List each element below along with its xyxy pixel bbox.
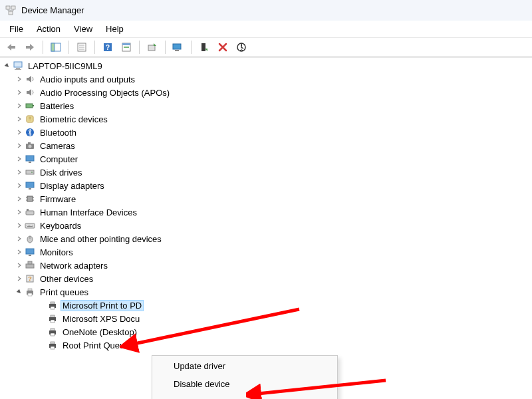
- svg-rect-29: [33, 105, 34, 106]
- help-button[interactable]: ?: [99, 39, 116, 55]
- toolbar-separator: [43, 41, 43, 54]
- tree-category-keyboards[interactable]: Keyboards: [0, 219, 532, 232]
- svg-rect-10: [51, 43, 55, 51]
- tree-item-root-print-queue[interactable]: Root Print Queue: [0, 338, 532, 352]
- expand-icon[interactable]: [15, 141, 24, 150]
- toolbar-separator: [94, 41, 95, 54]
- tree-label: Monitors: [38, 247, 75, 258]
- menu-view[interactable]: View: [67, 23, 99, 35]
- chip-icon: [24, 194, 36, 204]
- network-icon: [24, 260, 36, 271]
- tree-category-disk-drives[interactable]: Disk drives: [0, 166, 532, 179]
- tree-label: Audio inputs and outputs: [38, 74, 137, 85]
- expand-icon[interactable]: [15, 261, 24, 270]
- printer-icon: [47, 340, 59, 350]
- expand-icon[interactable]: [15, 101, 24, 110]
- expand-icon[interactable]: [15, 274, 24, 283]
- scan-hardware-button[interactable]: [170, 39, 187, 55]
- expand-icon[interactable]: [15, 128, 24, 137]
- svg-rect-54: [27, 226, 33, 227]
- svg-rect-47: [27, 209, 29, 211]
- speaker-icon: [24, 87, 36, 98]
- tree-label: Cameras: [38, 140, 77, 152]
- tree-category-firmware[interactable]: Firmware: [0, 192, 532, 205]
- expand-icon[interactable]: [15, 154, 24, 164]
- expand-icon[interactable]: [15, 88, 24, 97]
- svg-rect-74: [51, 333, 55, 336]
- action-button[interactable]: [118, 39, 135, 55]
- tree-category-hid[interactable]: Human Interface Devices: [0, 205, 532, 219]
- svg-point-38: [31, 172, 33, 173]
- svg-rect-22: [175, 50, 179, 51]
- tree-category-batteries[interactable]: Batteries: [0, 99, 532, 112]
- device-tree[interactable]: LAPTOP-5IIC9ML9 Audio inputs and outputs…: [0, 57, 532, 399]
- svg-rect-41: [27, 196, 33, 201]
- context-menu-update-driver[interactable]: Update driver: [154, 357, 336, 375]
- window-title: Device Manager: [21, 5, 84, 15]
- expand-icon[interactable]: [15, 194, 24, 203]
- forward-button[interactable]: [21, 39, 39, 55]
- printer-icon: [47, 327, 59, 337]
- tree-category-audio-processing[interactable]: Audio Processing Objects (APOs): [0, 86, 532, 99]
- tree-label: Batteries: [38, 100, 76, 112]
- context-menu: Update driver Disable device Uninstall d…: [152, 355, 338, 399]
- toolbar-separator: [68, 41, 69, 54]
- printer-icon: [47, 313, 59, 324]
- expand-icon[interactable]: [15, 74, 24, 84]
- svg-rect-58: [29, 255, 31, 256]
- monitor-icon: [24, 247, 36, 257]
- svg-rect-7: [11, 46, 15, 49]
- tree-category-network[interactable]: Network adapters: [0, 259, 532, 272]
- expand-icon[interactable]: [15, 234, 24, 243]
- expand-icon[interactable]: [15, 168, 24, 177]
- svg-rect-77: [51, 346, 55, 349]
- tree-category-cameras[interactable]: Cameras: [0, 139, 532, 152]
- svg-rect-46: [26, 211, 34, 215]
- expand-icon[interactable]: [15, 207, 24, 217]
- enable-device-button[interactable]: [196, 39, 213, 55]
- tree-category-computer[interactable]: Computer: [0, 152, 532, 166]
- tree-category-monitors[interactable]: Monitors: [0, 245, 532, 259]
- expand-icon[interactable]: [15, 247, 24, 257]
- speaker-icon: [24, 74, 36, 84]
- tree-label: Bluetooth: [38, 127, 78, 138]
- svg-rect-68: [51, 307, 55, 309]
- svg-rect-30: [27, 116, 33, 122]
- expand-icon[interactable]: [15, 114, 24, 124]
- tree-category-audio-inputs[interactable]: Audio inputs and outputs: [0, 72, 532, 86]
- menu-action[interactable]: Action: [30, 23, 67, 35]
- svg-rect-59: [26, 264, 34, 268]
- tree-item-onenote[interactable]: OneNote (Desktop): [0, 325, 532, 338]
- collapse-icon[interactable]: [3, 61, 12, 70]
- tree-root[interactable]: LAPTOP-5IIC9ML9: [0, 59, 532, 72]
- mouse-icon: [24, 233, 36, 244]
- tree-category-print-queues[interactable]: Print queues: [0, 285, 532, 299]
- tree-label: Audio Processing Objects (APOs): [38, 87, 172, 98]
- menubar: File Action View Help: [0, 21, 532, 37]
- collapse-icon[interactable]: [15, 287, 24, 297]
- back-button[interactable]: [3, 39, 20, 55]
- tree-item-microsoft-xps[interactable]: Microsoft XPS Docu: [0, 312, 532, 325]
- tree-label: Human Interface Devices: [38, 207, 139, 218]
- show-hide-tree-button[interactable]: [47, 39, 65, 55]
- context-menu-disable-device[interactable]: Disable device: [154, 375, 336, 393]
- properties-button[interactable]: [73, 39, 90, 55]
- menu-help[interactable]: Help: [99, 23, 130, 35]
- tree-category-other-devices[interactable]: ? Other devices: [0, 272, 532, 285]
- disable-device-button[interactable]: [233, 39, 250, 55]
- tree-category-biometric[interactable]: Biometric devices: [0, 112, 532, 126]
- svg-rect-50: [28, 225, 29, 225]
- menu-file[interactable]: File: [3, 23, 30, 35]
- tree-category-mice[interactable]: Mice and other pointing devices: [0, 232, 532, 245]
- tree-category-display-adapters[interactable]: Display adapters: [0, 179, 532, 192]
- context-menu-uninstall-device[interactable]: Uninstall device: [154, 393, 336, 399]
- tree-item-microsoft-print-to-pdf[interactable]: Microsoft Print to PD: [0, 299, 532, 312]
- update-driver-button[interactable]: [144, 39, 161, 55]
- uninstall-device-button[interactable]: [214, 39, 231, 55]
- tree-item-label: Microsoft XPS Docu: [61, 313, 142, 325]
- expand-icon[interactable]: [15, 221, 24, 230]
- expand-icon[interactable]: [15, 181, 24, 190]
- svg-rect-37: [26, 170, 34, 174]
- svg-rect-25: [14, 62, 22, 67]
- tree-category-bluetooth[interactable]: Bluetooth: [0, 126, 532, 139]
